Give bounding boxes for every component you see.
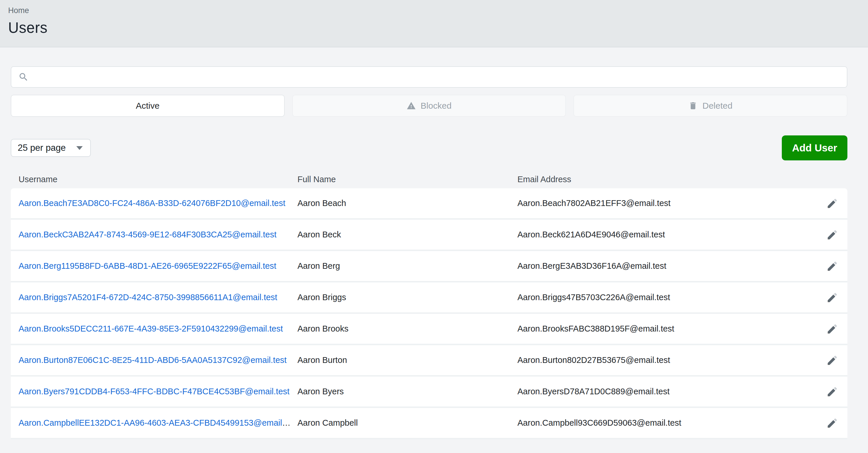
- email-cell: Aaron.BrooksFABC388D195F@email.test: [518, 324, 817, 334]
- tab-blocked[interactable]: Blocked: [292, 95, 566, 117]
- tab-deleted[interactable]: Deleted: [574, 95, 847, 117]
- edit-pencil-icon: [826, 197, 838, 209]
- username-link[interactable]: Aaron.Byers791CDDB4-F653-4FFC-BDBC-F47BC…: [19, 387, 290, 396]
- edit-pencil-icon: [826, 323, 838, 335]
- tab-active[interactable]: Active: [11, 95, 285, 117]
- search-bar: [11, 66, 847, 88]
- edit-user-button[interactable]: [825, 384, 840, 399]
- status-tabs: Active Blocked Deleted: [11, 95, 847, 117]
- full-name-cell: Aaron Briggs: [298, 292, 518, 302]
- page-header: Home Users: [0, 0, 868, 47]
- table-row: Aaron.Byers791CDDB4-F653-4FFC-BDBC-F47BC…: [11, 376, 847, 408]
- username-link[interactable]: Aaron.Burton87E06C1C-8E25-411D-ABD6-5AA0…: [19, 356, 287, 365]
- breadcrumb[interactable]: Home: [8, 6, 857, 15]
- full-name-cell: Aaron Campbell: [298, 418, 518, 428]
- email-cell: Aaron.BergE3AB3D36F16A@email.test: [518, 261, 817, 271]
- column-header-fullname: Full Name: [298, 175, 518, 184]
- per-page-value: 25 per page: [18, 143, 66, 153]
- full-name-cell: Aaron Byers: [298, 387, 518, 396]
- edit-user-button[interactable]: [825, 290, 840, 305]
- chevron-down-icon: [76, 146, 83, 150]
- edit-pencil-icon: [826, 260, 838, 272]
- email-cell: Aaron.ByersD78A71D0C889@email.test: [518, 387, 817, 396]
- edit-pencil-icon: [826, 386, 838, 398]
- search-icon: [18, 72, 29, 82]
- table-row: Aaron.Beach7E3AD8C0-FC24-486A-B33D-62407…: [11, 188, 847, 220]
- edit-pencil-icon: [826, 354, 838, 366]
- column-header-email: Email Address: [518, 175, 817, 184]
- page-title: Users: [8, 19, 857, 36]
- edit-user-button[interactable]: [825, 321, 840, 337]
- edit-pencil-icon: [826, 229, 838, 241]
- search-input[interactable]: [33, 67, 840, 87]
- edit-user-button[interactable]: [825, 352, 840, 368]
- warning-icon: [407, 101, 416, 110]
- full-name-cell: Aaron Beach: [298, 198, 518, 208]
- full-name-cell: Aaron Burton: [298, 356, 518, 365]
- users-table: Aaron.Beach7E3AD8C0-FC24-486A-B33D-62407…: [11, 188, 847, 440]
- table-header-row: Username Full Name Email Address: [11, 170, 847, 188]
- table-row: Aaron.Brooks5DECC211-667E-4A39-85E3-2F59…: [11, 314, 847, 345]
- edit-user-button[interactable]: [825, 196, 840, 211]
- edit-user-button[interactable]: [825, 415, 840, 431]
- main-content: Active Blocked Deleted 25 per page Add U…: [0, 66, 868, 440]
- email-cell: Aaron.Beck621A6D4E9046@email.test: [518, 230, 817, 239]
- username-link[interactable]: Aaron.Briggs7A5201F4-672D-424C-8750-3998…: [19, 292, 277, 302]
- edit-user-button[interactable]: [825, 227, 840, 243]
- toolbar: 25 per page Add User: [11, 135, 847, 161]
- table-row: Aaron.CampbellEE132DC1-AA96-4603-AEA3-CF…: [11, 408, 847, 440]
- table-row: Aaron.Briggs7A5201F4-672D-424C-8750-3998…: [11, 282, 847, 314]
- table-row: Aaron.Burton87E06C1C-8E25-411D-ABD6-5AA0…: [11, 345, 847, 376]
- edit-user-button[interactable]: [825, 258, 840, 274]
- email-cell: Aaron.Briggs47B5703C226A@email.test: [518, 292, 817, 302]
- email-cell: Aaron.Campbell93C669D59063@email.test: [518, 418, 817, 428]
- username-link[interactable]: Aaron.CampbellEE132DC1-AA96-4603-AEA3-CF…: [19, 418, 298, 427]
- column-header-username: Username: [19, 175, 298, 184]
- edit-pencil-icon: [826, 417, 838, 429]
- username-link[interactable]: Aaron.Berg1195B8FD-6ABB-48D1-AE26-6965E9…: [19, 261, 276, 271]
- table-row: Aaron.BeckC3AB2A47-8743-4569-9E12-684F30…: [11, 220, 847, 251]
- email-cell: Aaron.Beach7802AB21EFF3@email.test: [518, 198, 817, 208]
- email-cell: Aaron.Burton802D27B53675@email.test: [518, 356, 817, 365]
- username-link[interactable]: Aaron.Beach7E3AD8C0-FC24-486A-B33D-62407…: [19, 198, 285, 208]
- tab-deleted-label: Deleted: [702, 101, 732, 111]
- trash-icon: [688, 101, 698, 110]
- full-name-cell: Aaron Berg: [298, 261, 518, 271]
- full-name-cell: Aaron Beck: [298, 230, 518, 239]
- tab-blocked-label: Blocked: [421, 101, 452, 111]
- full-name-cell: Aaron Brooks: [298, 324, 518, 334]
- users-page: Home Users Active Blocked: [0, 0, 868, 453]
- add-user-button[interactable]: Add User: [782, 135, 847, 161]
- per-page-select[interactable]: 25 per page: [11, 139, 91, 157]
- table-row: Aaron.Berg1195B8FD-6ABB-48D1-AE26-6965E9…: [11, 251, 847, 282]
- username-link[interactable]: Aaron.BeckC3AB2A47-8743-4569-9E12-684F30…: [19, 230, 277, 239]
- edit-pencil-icon: [826, 291, 838, 304]
- tab-active-label: Active: [136, 101, 160, 111]
- username-link[interactable]: Aaron.Brooks5DECC211-667E-4A39-85E3-2F59…: [19, 324, 283, 333]
